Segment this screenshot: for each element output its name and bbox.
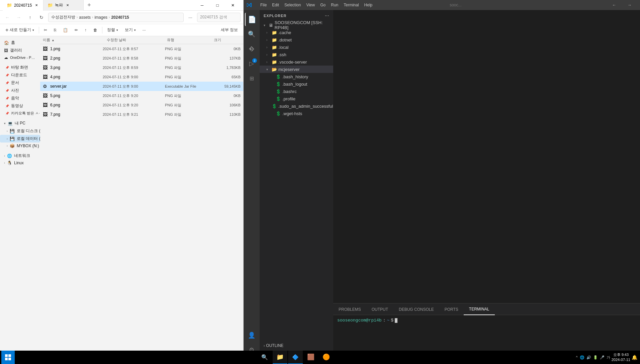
col-name[interactable]: 이름 ▲ bbox=[43, 37, 107, 42]
tree-item[interactable]: 💲 .bashrc bbox=[260, 88, 333, 95]
file-row[interactable]: 🖼 7.png 2024-07-11 오후 9:21 PNG 파일 110KB bbox=[40, 110, 243, 119]
tree-root[interactable]: ▾🖥SOOSEONGCOM [SSH: RPI4B] bbox=[260, 21, 333, 29]
address-bar[interactable]: 수성검전자방 › assets › images › 20240715 bbox=[48, 13, 184, 22]
activity-search[interactable]: 🔍 bbox=[245, 27, 258, 41]
tree-item[interactable]: 💲 .bash_logout bbox=[260, 80, 333, 88]
sidebar-item-network[interactable]: › 🌐 네트워크 bbox=[0, 152, 40, 160]
rename-button[interactable]: ✏ bbox=[72, 25, 81, 35]
battery-icon[interactable]: 🔋 bbox=[593, 355, 598, 360]
sidebar-item-c-drive[interactable]: › 💾 로컬 디스크 (C:) bbox=[0, 127, 40, 135]
menu-run[interactable]: Run bbox=[329, 2, 340, 8]
tree-item[interactable]: › 📁 .dotnet bbox=[260, 36, 333, 43]
notifications-button[interactable]: 🔔 bbox=[632, 355, 637, 360]
debug-console-tab[interactable]: DEBUG CONSOLE bbox=[393, 303, 439, 315]
file-row[interactable]: 🖼 5.png 2024-07-11 오후 9:20 PNG 파일 0KB bbox=[40, 91, 243, 100]
activity-account[interactable]: 👤 bbox=[245, 329, 258, 342]
tree-item[interactable]: ▾ 📂 mcjeserver bbox=[260, 66, 333, 73]
copy-button[interactable]: ⎘ bbox=[51, 25, 59, 35]
more-toolbar-button[interactable]: ··· bbox=[140, 25, 149, 35]
close-button[interactable]: ✕ bbox=[225, 0, 241, 11]
tree-item[interactable]: › 📁 .vscode-server bbox=[260, 58, 333, 66]
detail-button[interactable]: 세부 정보 bbox=[218, 25, 241, 35]
file-row[interactable]: 🖼 3.png 2024-07-11 오후 8:59 PNG 파일 1,783K… bbox=[40, 63, 243, 72]
activity-explorer[interactable]: 📄 bbox=[245, 13, 258, 26]
forward-button[interactable]: → bbox=[14, 13, 23, 22]
taskbar-minecraft[interactable]: 🟫 bbox=[303, 351, 318, 364]
more-nav-button[interactable]: ··· bbox=[186, 13, 195, 22]
maximize-button[interactable]: □ bbox=[210, 0, 225, 11]
sidebar-item-gallery[interactable]: 🖼 갤러리 bbox=[0, 47, 40, 54]
sidebar-item-photos[interactable]: 📌 사진 bbox=[0, 87, 40, 94]
tree-item[interactable]: 💲 .wget-hsts bbox=[260, 110, 333, 117]
terminal-content[interactable]: sooseongcom@rpi4b : ~ $ bbox=[333, 315, 640, 349]
output-tab[interactable]: OUTPUT bbox=[366, 303, 393, 315]
new-tab-button[interactable]: + bbox=[84, 0, 94, 11]
col-size[interactable]: 크기 bbox=[214, 37, 241, 42]
cut-button[interactable]: ✂ bbox=[41, 25, 50, 35]
menu-edit[interactable]: Edit bbox=[270, 2, 281, 8]
activity-debug[interactable]: ▷ 2 bbox=[245, 57, 258, 70]
network-tray-icon[interactable]: 🌐 bbox=[580, 355, 584, 360]
sidebar-item-kakao[interactable]: 📌 카카오톡 받은 ㅅ··· bbox=[0, 110, 40, 117]
terminal-tab[interactable]: TERMINAL bbox=[464, 303, 495, 315]
sort-button[interactable]: 정렬 ▾ bbox=[104, 25, 121, 35]
sidebar-item-d-drive[interactable]: › 💾 로컬 데이터 (D:) bbox=[0, 135, 40, 143]
mic-icon[interactable]: 🎤 bbox=[600, 355, 605, 360]
ports-tab[interactable]: PORTS bbox=[439, 303, 464, 315]
volume-icon[interactable]: 🔊 bbox=[586, 355, 591, 360]
vscode-search-input[interactable] bbox=[447, 1, 534, 9]
sidebar-item-home[interactable]: 🏠 홈 bbox=[0, 39, 40, 47]
start-button[interactable] bbox=[1, 351, 15, 364]
menu-file[interactable]: File bbox=[258, 2, 269, 8]
file-row[interactable]: ⚙ server.jar 2024-07-11 오후 9:00 Executab… bbox=[40, 82, 243, 91]
outline-section[interactable]: › OUTLINE bbox=[260, 342, 333, 349]
file-row[interactable]: 🖼 2.png 2024-07-11 오후 8:58 PNG 파일 137KB bbox=[40, 54, 243, 63]
lang-indicator[interactable]: 가 bbox=[607, 355, 610, 360]
file-tab-1[interactable]: 📁 20240715 ✕ bbox=[3, 0, 43, 11]
paste-button[interactable]: 📋 bbox=[60, 25, 71, 35]
file-row[interactable]: 🖼 6.png 2024-07-11 오후 9:20 PNG 파일 106KB bbox=[40, 100, 243, 110]
tree-item[interactable]: 💲 .profile bbox=[260, 95, 333, 102]
share-button[interactable]: ↑ bbox=[82, 25, 89, 35]
refresh-button[interactable]: ↻ bbox=[37, 13, 46, 22]
sidebar-item-mypc[interactable]: ▾ 💻 내 PC bbox=[0, 119, 40, 127]
sidebar-item-downloads[interactable]: 📌 다운로드 bbox=[0, 71, 40, 79]
taskbar-app4[interactable]: 🟠 bbox=[319, 351, 334, 364]
sidebar-item-onedrive[interactable]: ☁ OneDrive - Person... bbox=[0, 54, 40, 61]
vsc-nav-back[interactable]: ← bbox=[607, 0, 622, 10]
tree-item[interactable]: › 📁 .local bbox=[260, 43, 333, 51]
explorer-more-button[interactable]: ··· bbox=[325, 13, 329, 19]
tree-item[interactable]: › 📁 .ssh bbox=[260, 51, 333, 58]
col-date[interactable]: 수정한 날짜 bbox=[107, 37, 167, 42]
tab2-close[interactable]: ✕ bbox=[65, 3, 70, 8]
tree-item[interactable]: 💲 .bash_history bbox=[260, 73, 333, 80]
problems-tab[interactable]: PROBLEMS bbox=[333, 303, 366, 315]
tab1-close[interactable]: ✕ bbox=[34, 3, 39, 8]
taskbar-vscode[interactable]: 🔷 bbox=[288, 351, 303, 364]
taskbar-explorer[interactable]: 📁 bbox=[273, 351, 287, 364]
activity-source-control[interactable] bbox=[245, 42, 258, 56]
file-row[interactable]: 🖼 4.png 2024-07-11 오후 9:00 PNG 파일 65KB bbox=[40, 72, 243, 82]
menu-terminal[interactable]: Terminal bbox=[342, 2, 361, 8]
sidebar-item-music[interactable]: 📌 음악 bbox=[0, 94, 40, 102]
sidebar-item-desktop[interactable]: 📌 바탕 화면 bbox=[0, 64, 40, 71]
activity-extensions[interactable]: ⊞ bbox=[245, 72, 258, 85]
sidebar-item-documents[interactable]: 📌 문서 bbox=[0, 79, 40, 87]
menu-go[interactable]: Go bbox=[318, 2, 328, 8]
menu-help[interactable]: Help bbox=[362, 2, 375, 8]
tree-item[interactable]: 💲 .sudo_as_admin_successful bbox=[260, 102, 333, 110]
clock[interactable]: 오후 9:43 2024-07-11 bbox=[612, 352, 630, 363]
sidebar-item-video[interactable]: 📌 동영상 bbox=[0, 102, 40, 110]
delete-button[interactable]: 🗑 bbox=[91, 25, 100, 35]
view-button[interactable]: 보기 ▾ bbox=[122, 25, 139, 35]
sidebar-item-linux[interactable]: › 🐧 Linux bbox=[0, 160, 40, 166]
tray-chevron[interactable]: ^ bbox=[576, 355, 578, 359]
new-button[interactable]: + 새로 만들기 ▾ bbox=[3, 25, 37, 35]
menu-view[interactable]: View bbox=[304, 2, 317, 8]
col-type[interactable]: 유형 bbox=[167, 37, 214, 42]
up-button[interactable]: ↑ bbox=[25, 13, 35, 22]
file-row[interactable]: 🖼 1.png 2024-07-11 오후 8:57 PNG 파일 0KB bbox=[40, 44, 243, 54]
menu-selection[interactable]: Selection bbox=[282, 2, 303, 8]
sidebar-item-mybox[interactable]: › 📦 MYBOX (N:) bbox=[0, 143, 40, 149]
taskbar-search[interactable]: 🔍 bbox=[257, 351, 272, 364]
